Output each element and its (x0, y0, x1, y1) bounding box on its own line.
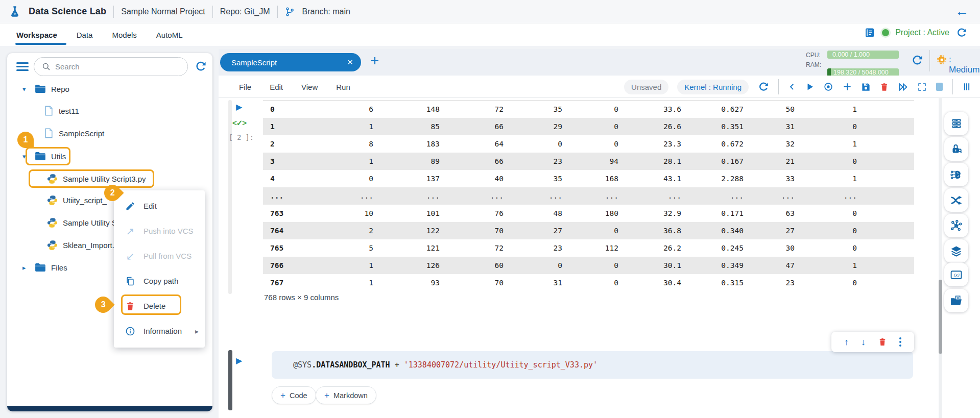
folder-icon (35, 84, 46, 93)
table-cell: 36.8 (620, 222, 683, 239)
logs-panel-icon[interactable] (864, 27, 876, 39)
code-cell-editor[interactable]: @SYS.DATASANDBOX_PATH + '13384007072/uti… (272, 351, 913, 379)
tree-item-test11[interactable]: test11 (44, 103, 79, 118)
rail-dataset-button[interactable] (944, 112, 968, 135)
caret-right-icon[interactable]: ▸ (22, 264, 30, 272)
table-row: 76310101764818032.90.171630 (263, 205, 914, 222)
table-cell: 70 (442, 222, 506, 239)
nav-tab-automl[interactable]: AutoML (156, 31, 183, 39)
nav-tab-workspace[interactable]: Workspace (16, 31, 57, 39)
instance-size-label[interactable]: : Medium (949, 55, 980, 75)
rail-security-button[interactable] (944, 137, 968, 161)
table-cell: 0.340 (683, 222, 746, 239)
app-logo-flask-icon (8, 5, 21, 18)
menu-file[interactable]: File (239, 83, 251, 91)
add-markdown-button[interactable]: + Markdown (316, 386, 376, 404)
tab-close-icon[interactable]: × (347, 57, 353, 68)
run-icon[interactable] (805, 82, 815, 91)
tree-item-sample-utility-s[interactable]: Sample Utility S (47, 215, 117, 230)
search-input[interactable]: Search (34, 57, 188, 76)
record-icon[interactable] (823, 82, 833, 92)
table-cell: 21 (746, 153, 797, 170)
save-icon[interactable] (861, 82, 871, 92)
rail-files-button[interactable] (944, 289, 968, 312)
table-cell: 137 (375, 170, 442, 187)
nav-tab-models[interactable]: Models (112, 31, 136, 39)
menu-hamburger-icon[interactable] (16, 62, 29, 73)
nav-tab-data[interactable]: Data (77, 31, 93, 39)
tree-item-utiity-script[interactable]: Utiity_script_ (47, 192, 107, 208)
resource-refresh-icon[interactable] (911, 54, 924, 67)
table-cell: 26.6 (620, 118, 683, 135)
table-cell: 1 (797, 170, 914, 187)
tab-samplescript[interactable]: SampleScript × (220, 53, 361, 71)
context-menu-label: Push into VCS (144, 227, 194, 235)
menu-edit[interactable]: Edit (270, 83, 283, 91)
table-row: 40137403516843.12.288331 (263, 170, 914, 187)
rail-pipeline-button[interactable] (944, 214, 968, 237)
delete-icon[interactable] (879, 82, 889, 92)
kernel-refresh-icon[interactable] (757, 81, 770, 93)
project-refresh-icon[interactable] (955, 27, 968, 39)
table-cell: 122 (375, 222, 442, 239)
table-cell: 72 (442, 239, 506, 257)
divider (929, 50, 930, 71)
vertical-scrollbar-track[interactable] (939, 98, 942, 418)
table-cell: 32 (746, 135, 797, 153)
table-cell: 0 (564, 274, 620, 291)
divider (113, 6, 114, 18)
menu-view[interactable]: View (301, 83, 318, 91)
new-tab-icon[interactable] (369, 55, 381, 67)
menu-run[interactable]: Run (336, 83, 350, 91)
lock-key-icon (950, 143, 963, 155)
table-cell: 72 (442, 101, 506, 118)
row-index-cell: 765 (263, 239, 314, 257)
search-placeholder: Search (55, 62, 80, 71)
add-code-button[interactable]: + Code (272, 386, 316, 404)
repo-label: Repo: Git_JM (220, 7, 270, 16)
table-cell: 31 (746, 118, 797, 135)
caret-down-icon[interactable]: ▾ (22, 85, 30, 93)
more-options-icon[interactable] (899, 337, 901, 347)
pencil-icon (125, 201, 135, 211)
arrow-up-right-icon: ↗ (125, 225, 135, 237)
chevron-left-icon[interactable] (787, 82, 797, 91)
row-index-cell: 4 (263, 170, 314, 187)
tree-item-sklean-import[interactable]: Sklean_Import.p (47, 237, 118, 253)
columns-icon[interactable] (962, 82, 972, 92)
run-cell-icon[interactable]: ▶ (236, 102, 242, 112)
table-cell: 30 (746, 239, 797, 257)
run-all-icon[interactable] (898, 82, 909, 92)
table-cell: 76 (442, 205, 506, 222)
table-cell: 1 (314, 118, 375, 135)
vertical-scrollbar-thumb[interactable] (939, 280, 942, 354)
table-cell: 48 (506, 205, 564, 222)
file-icon (44, 105, 54, 116)
back-arrow-icon[interactable]: ← (955, 3, 969, 19)
table-cell: 43.1 (620, 170, 683, 187)
context-menu-copy-path[interactable]: Copy path (114, 268, 205, 293)
plus-icon: + (324, 390, 329, 401)
tree-refresh-icon[interactable] (194, 60, 207, 73)
stop-icon[interactable] (936, 82, 944, 91)
cell-indicator-active[interactable] (228, 350, 232, 410)
move-up-icon[interactable]: ↑ (844, 337, 849, 348)
add-icon[interactable] (842, 82, 852, 92)
move-down-icon[interactable]: ↓ (861, 337, 866, 348)
table-cell: 32.9 (620, 205, 683, 222)
context-menu-information[interactable]: Information ▸ (114, 318, 205, 343)
run-code-cell-icon[interactable]: ▶ (236, 356, 242, 365)
rail-ml-button[interactable] (944, 163, 968, 186)
rail-shuffle-button[interactable] (944, 188, 968, 212)
rail-layers-button[interactable] (944, 239, 968, 263)
delete-cell-icon[interactable] (878, 337, 887, 347)
cell-indicator-inactive[interactable] (228, 100, 232, 294)
kernel-status-badge[interactable]: Kernel : Running (677, 80, 749, 94)
code-member-token: .DATASANDBOX_PATH (312, 360, 390, 370)
fullscreen-icon[interactable] (917, 82, 927, 92)
tree-item-files[interactable]: ▸ Files (22, 260, 67, 275)
rail-function-button[interactable]: (x) (944, 263, 968, 286)
tree-item-repo[interactable]: ▾ Repo (22, 81, 69, 96)
context-menu-edit[interactable]: Edit (114, 193, 205, 218)
tree-item-samplescript[interactable]: SampleScript (44, 126, 104, 141)
